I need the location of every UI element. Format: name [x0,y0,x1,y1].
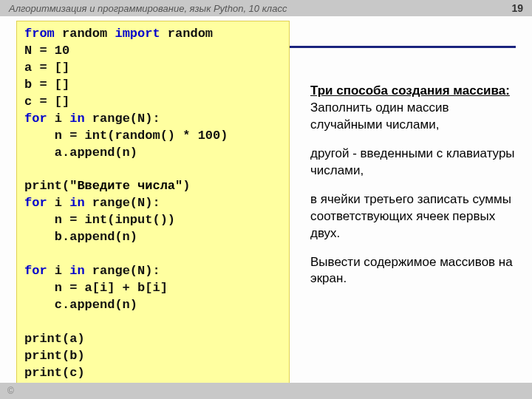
code-token: for [24,196,47,210]
code-token: c = [] [24,95,69,109]
code-token: 10 [55,44,69,58]
code-token: i [47,112,70,126]
code-token: N = [24,44,55,58]
page-number: 19 [511,2,523,14]
explanation-p1: Заполнить один массив случайными числами… [310,100,449,132]
code-token: n = a[i] + b[i] [24,281,168,295]
code-token: a.append(n) [24,146,137,160]
explanation-p2: другой - введенными с клавиатуры числами… [310,146,517,180]
code-token: in [69,112,84,126]
code-token: random [55,27,115,41]
code-token: in [69,264,84,278]
code-token: print(b) [24,349,85,363]
code-token: ) [183,179,190,193]
code-token: print(a) [24,332,85,346]
code-token: range(N): [85,196,160,210]
code-token: for [24,264,47,278]
explanation-p4: Вывести содержимое массивов на экран. [310,254,517,288]
copyright-symbol: © [7,386,14,396]
code-token: n = int(input()) [24,213,175,227]
explanation-heading: Три способа создания массива: [310,83,510,98]
explanation-p3: в ячейки третьего записать суммы соответ… [310,191,517,242]
code-token: a = [] [24,61,69,75]
code-token: from [24,27,55,41]
slide-header: Алгоритмизация и программирование, язык … [0,0,532,16]
code-token: range(N): [85,112,160,126]
code-token: i [47,264,70,278]
code-block: from random import random N = 10 a = [] … [16,21,290,387]
explanation-block: Три способа создания массива: Заполнить … [310,83,517,299]
code-token: print(c) [24,366,85,380]
slide-footer: © [0,383,532,399]
code-token: print( [24,179,69,193]
code-token: random [160,27,213,41]
code-token: "Введите числа" [69,179,183,193]
code-token: n = int(random() * [24,129,198,143]
code-token: in [69,196,84,210]
slide-content: from random import random N = 10 a = [] … [0,16,532,382]
code-token: i [47,196,70,210]
code-token: ) [220,129,228,143]
code-token: b = [] [24,78,69,92]
header-title: Алгоритмизация и программирование, язык … [9,3,287,14]
code-token: for [24,112,47,126]
code-token: range(N): [85,264,160,278]
code-token: import [115,27,160,41]
code-token: 100 [198,129,221,143]
code-token: c.append(n) [24,298,137,312]
code-token: b.append(n) [24,230,137,244]
